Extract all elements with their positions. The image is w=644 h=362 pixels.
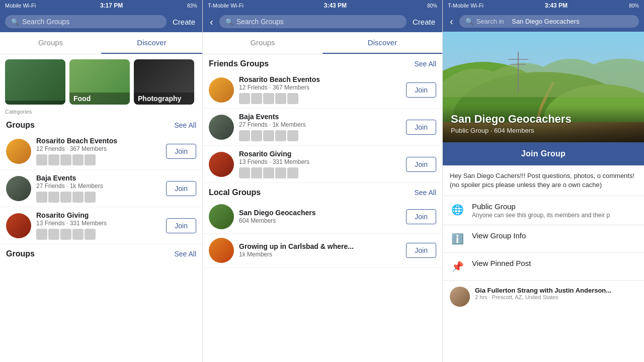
battery-1: 83% bbox=[187, 3, 197, 9]
search-in-group-name bbox=[507, 18, 509, 25]
public-group-text: Public Group Anyone can see this group, … bbox=[472, 202, 637, 219]
mini-avatar bbox=[251, 93, 262, 104]
create-button-1[interactable]: Create bbox=[171, 18, 197, 26]
mini-avatar bbox=[48, 154, 59, 165]
group-info-3: Rosarito Giving 13 Friends · 331 Members bbox=[36, 211, 161, 240]
group-avatars-2 bbox=[36, 192, 161, 203]
post-author-name: Gia Fullerton Strang bbox=[475, 287, 538, 294]
mini-avatar bbox=[263, 93, 274, 104]
category-label-photo: Photography bbox=[134, 93, 194, 105]
status-bar-3: T-Mobile Wi-Fi 3:43 PM 80% bbox=[443, 0, 644, 11]
tab-groups-2[interactable]: Groups bbox=[203, 32, 323, 54]
mini-avatar bbox=[72, 192, 84, 203]
local-join-button-2[interactable]: Join bbox=[406, 243, 436, 258]
friend-group-item-3: Rosarito Giving 13 Friends · 331 Members… bbox=[203, 146, 442, 183]
friends-groups-title: Friends Groups bbox=[209, 59, 269, 68]
search-input-2[interactable] bbox=[236, 18, 400, 26]
footer-title-1: Groups bbox=[6, 249, 35, 258]
local-group-meta-2: 1k Members bbox=[239, 251, 401, 258]
group-cover-overlay: San Diego Geocachers Public Group · 604 … bbox=[443, 105, 644, 142]
view-group-info-text: View Group Info bbox=[472, 231, 637, 240]
friend-group-meta-1: 12 Friends · 367 Members bbox=[239, 84, 401, 91]
public-group-title: Public Group bbox=[472, 202, 637, 211]
public-group-subtitle: Anyone can see this group, its members a… bbox=[472, 212, 637, 219]
mini-avatar bbox=[263, 130, 274, 141]
category-label-1 bbox=[5, 101, 65, 105]
mini-avatar bbox=[239, 130, 250, 141]
panel-2: T-Mobile Wi-Fi 3:43 PM 80% ‹ 🔍 Create Gr… bbox=[203, 0, 443, 362]
mini-avatar bbox=[72, 229, 84, 240]
search-icon-2: 🔍 bbox=[225, 18, 233, 26]
friend-group-name-3: Rosarito Giving bbox=[239, 150, 401, 158]
back-button-2[interactable]: ‹ bbox=[208, 16, 215, 28]
group-item-2: Baja Events 27 Friends · 1k Members Join bbox=[0, 170, 202, 207]
friend-join-button-3[interactable]: Join bbox=[406, 157, 436, 172]
friend-join-button-1[interactable]: Join bbox=[406, 82, 436, 98]
view-pinned-post-text: View Pinned Post bbox=[472, 259, 637, 267]
status-bar-1: Mobile Wi-Fi 3:17 PM 83% bbox=[0, 0, 202, 11]
friend-join-button-2[interactable]: Join bbox=[406, 120, 436, 135]
post-author: Gia Fullerton Strang with Justin Anderso… bbox=[475, 287, 637, 294]
friends-groups-see-all[interactable]: See All bbox=[414, 60, 436, 68]
search-in-label: Search in bbox=[476, 18, 504, 25]
join-button-3[interactable]: Join bbox=[166, 218, 196, 233]
group-avatar-2 bbox=[6, 176, 31, 201]
back-button-3[interactable]: ‹ bbox=[448, 16, 455, 27]
friend-group-item-1: Rosarito Beach Eventos 12 Friends · 367 … bbox=[203, 71, 442, 109]
view-group-info-item[interactable]: ℹ️ View Group Info bbox=[443, 225, 644, 253]
local-groups-header: Local Groups See All bbox=[203, 183, 442, 200]
mini-avatar bbox=[251, 130, 262, 141]
category-card-1[interactable] bbox=[5, 59, 65, 105]
mini-avatar bbox=[48, 192, 59, 203]
pin-icon: 📌 bbox=[450, 259, 465, 274]
view-pinned-post-item[interactable]: 📌 View Pinned Post bbox=[443, 253, 644, 281]
create-button-2[interactable]: Create bbox=[411, 18, 437, 26]
local-group-name-1: San Diego Geocachers bbox=[239, 209, 401, 217]
friend-group-name-2: Baja Events bbox=[239, 113, 401, 121]
local-group-avatar-1 bbox=[209, 204, 234, 229]
local-groups-see-all[interactable]: See All bbox=[414, 189, 436, 197]
group-name-3: Rosarito Giving bbox=[36, 211, 161, 219]
panel-1: Mobile Wi-Fi 3:17 PM 83% 🔍 Create Groups… bbox=[0, 0, 203, 362]
mini-avatar bbox=[275, 167, 286, 178]
local-group-item-1: San Diego Geocachers 604 Members Join bbox=[203, 200, 442, 234]
group-meta-1: 12 Friends · 367 Members bbox=[36, 145, 161, 152]
search-input-wrap-3[interactable]: 🔍 Search in San Diego Geocachers bbox=[459, 15, 639, 28]
search-input-wrap-1[interactable]: 🔍 bbox=[5, 15, 167, 28]
group-avatar-1 bbox=[6, 139, 31, 164]
time-2: 3:43 PM bbox=[324, 2, 347, 9]
local-group-meta-1: 604 Members bbox=[239, 217, 401, 224]
mini-avatar bbox=[36, 192, 47, 203]
join-button-1[interactable]: Join bbox=[166, 144, 196, 159]
categories-label-1: Categories bbox=[0, 107, 202, 116]
public-group-info[interactable]: 🌐 Public Group Anyone can see this group… bbox=[443, 196, 644, 225]
groups-section-header-1: Groups See All bbox=[0, 116, 202, 133]
join-button-2[interactable]: Join bbox=[166, 181, 196, 196]
tab-discover-1[interactable]: Discover bbox=[101, 32, 202, 54]
friend-group-info-2: Baja Events 27 Friends · 1k Members bbox=[239, 113, 401, 141]
tab-groups-1[interactable]: Groups bbox=[0, 32, 101, 54]
search-input-wrap-2[interactable]: 🔍 bbox=[219, 15, 407, 28]
tabs-1: Groups Discover bbox=[0, 32, 202, 54]
local-group-name-2: Growing up in Carlsbad & where... bbox=[239, 242, 401, 250]
mini-avatar bbox=[287, 93, 298, 104]
tab-discover-2[interactable]: Discover bbox=[323, 32, 442, 54]
search-bar-1: 🔍 Create bbox=[0, 11, 202, 32]
categories-row-1: Food Photography bbox=[0, 54, 202, 107]
mini-avatar bbox=[60, 229, 71, 240]
groups-see-all-1[interactable]: See All bbox=[174, 121, 196, 129]
time-1: 3:17 PM bbox=[100, 2, 123, 9]
footer-see-all-1[interactable]: See All bbox=[174, 250, 196, 258]
friend-group-item-2: Baja Events 27 Friends · 1k Members Join bbox=[203, 109, 442, 146]
search-input-1[interactable] bbox=[22, 18, 160, 26]
category-card-food[interactable]: Food bbox=[69, 59, 130, 105]
local-group-item-2: Growing up in Carlsbad & where... 1k Mem… bbox=[203, 234, 442, 267]
local-group-info-2: Growing up in Carlsbad & where... 1k Mem… bbox=[239, 242, 401, 258]
post-with-label-text: with bbox=[540, 287, 553, 294]
mini-avatar bbox=[60, 154, 71, 165]
mini-avatar bbox=[239, 167, 250, 178]
post-avatar-image bbox=[450, 287, 470, 307]
category-card-photo[interactable]: Photography bbox=[134, 59, 194, 105]
local-join-button-1[interactable]: Join bbox=[406, 209, 436, 224]
join-group-button[interactable]: Join Group bbox=[443, 142, 644, 165]
